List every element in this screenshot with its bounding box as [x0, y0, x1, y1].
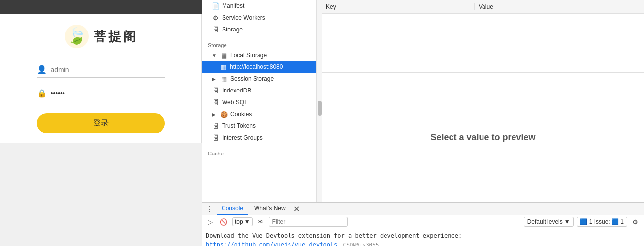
top-bar — [0, 0, 202, 14]
settings-button[interactable]: ⚙ — [630, 217, 640, 227]
logo-icon: 🍃 — [64, 24, 90, 49]
console-menu-icon[interactable]: ⋮ — [204, 203, 216, 215]
indexeddb-icon: 🗄 — [212, 87, 220, 94]
username-row: 👤 — [37, 62, 165, 78]
issue-badge[interactable]: 🟦 1 Issue: 🟦 1 — [577, 217, 627, 227]
sidebar-scrollbar[interactable] — [316, 0, 322, 202]
spacer2 — [202, 144, 316, 148]
content-area: Key Value Select a value to preview — [322, 0, 644, 202]
sidebar-item-indexeddb-label: IndexedDB — [222, 87, 251, 94]
svg-text:🍃: 🍃 — [67, 27, 87, 45]
sidebar-item-storage-main[interactable]: 🗄 Storage — [202, 24, 316, 35]
devtools-panel: 📄 Manifest ⚙ Service Workers 🗄 Storage S… — [202, 0, 644, 246]
sidebar-item-cookies-label: Cookies — [230, 111, 252, 118]
sidebar-scrollbar-thumb — [318, 101, 322, 116]
top-dropdown-icon: ▼ — [244, 218, 250, 225]
spacer — [202, 35, 316, 39]
username-input[interactable] — [51, 66, 159, 74]
cookies-icon: 🍪 — [220, 111, 228, 118]
sidebar-item-local-storage[interactable]: ▦ Local Storage — [202, 49, 316, 61]
top-label: top — [235, 218, 243, 225]
clear-button[interactable]: 🚫 — [218, 217, 229, 227]
cache-section-label: Cache — [202, 148, 316, 157]
local-storage-expand-icon — [212, 53, 218, 58]
sidebar-item-trust-tokens[interactable]: 🗄 Trust Tokens — [202, 120, 316, 132]
storage-main-icon: 🗄 — [212, 26, 220, 33]
user-icon: 👤 — [37, 65, 47, 74]
sidebar-item-interest-groups-label: Interest Groups — [222, 134, 263, 141]
sidebar-item-storage-main-label: Storage — [222, 26, 243, 33]
console-line-1: Download the Vue Devtools extension for … — [206, 231, 640, 240]
execute-button[interactable]: ▷ — [206, 217, 215, 227]
trust-tokens-icon: 🗄 — [212, 123, 220, 130]
console-area: ⋮ Console What's New ✕ ▷ 🚫 top ▼ 👁 — [202, 202, 644, 246]
col-key-header: Key — [322, 3, 475, 10]
issue-icon: 🟦 — [580, 218, 587, 225]
storage-section-label: Storage — [202, 39, 316, 49]
empty-table-rows — [322, 14, 644, 73]
logo-text: 菩提阁 — [94, 28, 138, 45]
sidebar-item-web-sql[interactable]: 🗄 Web SQL — [202, 96, 316, 108]
watch-button[interactable]: 👁 — [256, 217, 266, 227]
sidebar-item-localhost[interactable]: ▦ http://localhost:8080 — [202, 61, 316, 73]
console-extra: CSDN@js3055 — [343, 242, 379, 246]
sidebar-item-manifest[interactable]: 📄 Manifest — [202, 0, 316, 12]
sidebar-item-service-workers[interactable]: ⚙ Service Workers — [202, 12, 316, 24]
console-link[interactable]: https://github.com/vuejs/vue-devtools — [206, 241, 341, 246]
table-header: Key Value — [322, 0, 644, 14]
local-storage-icon: ▦ — [220, 52, 228, 59]
sidebar-item-session-storage[interactable]: ▦ Session Storage — [202, 73, 316, 85]
sidebar-item-trust-tokens-label: Trust Tokens — [222, 123, 256, 129]
sidebar-item-web-sql-label: Web SQL — [222, 99, 248, 106]
console-line-2: https://github.com/vuejs/vue-devtools CS… — [206, 240, 640, 246]
password-row: 🔒 — [37, 86, 165, 101]
console-close-button[interactable]: ✕ — [293, 204, 300, 214]
devtools-sidebar: 📄 Manifest ⚙ Service Workers 🗄 Storage S… — [202, 0, 316, 202]
sidebar-item-session-storage-label: Session Storage — [230, 75, 274, 82]
console-link-text: https://github.com/vuejs/vue-devtools — [206, 241, 337, 246]
tab-whats-new[interactable]: What's New — [249, 203, 290, 215]
console-tabs: ⋮ Console What's New ✕ — [202, 203, 644, 215]
login-panel: 🍃 菩提阁 👤 🔒 登录 — [0, 14, 202, 143]
default-levels-button[interactable]: Default levels ▼ — [524, 217, 574, 227]
preview-text: Select a value to preview — [430, 132, 535, 143]
localhost-icon: ▦ — [220, 63, 227, 71]
default-levels-label: Default levels — [527, 218, 563, 225]
col-value-header: Value — [475, 3, 644, 10]
top-context-selector[interactable]: top ▼ — [232, 217, 253, 226]
login-button[interactable]: 登录 — [37, 113, 165, 133]
sidebar-item-local-storage-label: Local Storage — [230, 52, 267, 59]
console-toolbar: ▷ 🚫 top ▼ 👁 Default levels ▼ — [202, 215, 644, 229]
cookies-expand-icon — [212, 112, 218, 117]
sidebar-item-indexeddb[interactable]: 🗄 IndexedDB — [202, 85, 316, 96]
default-levels-arrow: ▼ — [564, 218, 570, 225]
tab-console[interactable]: Console — [217, 203, 248, 215]
console-content: Download the Vue Devtools extension for … — [202, 229, 644, 246]
interest-groups-icon: 🗄 — [212, 134, 220, 142]
preview-area: Select a value to preview — [322, 73, 644, 202]
web-sql-icon: 🗄 — [212, 99, 220, 106]
password-input[interactable] — [51, 90, 159, 97]
service-workers-icon: ⚙ — [212, 14, 220, 22]
sidebar-item-service-workers-label: Service Workers — [222, 14, 265, 21]
console-filter-input[interactable] — [269, 217, 348, 227]
session-storage-icon: ▦ — [220, 75, 228, 83]
manifest-icon: 📄 — [212, 2, 220, 10]
sidebar-item-interest-groups[interactable]: 🗄 Interest Groups — [202, 132, 316, 144]
default-levels-area: Default levels ▼ 🟦 1 Issue: 🟦 1 ⚙ — [524, 217, 640, 227]
sidebar-item-localhost-label: http://localhost:8080 — [230, 63, 283, 70]
console-text-1: Download the Vue Devtools extension for … — [206, 232, 462, 239]
sidebar-item-cookies[interactable]: 🍪 Cookies — [202, 108, 316, 120]
sidebar-item-manifest-label: Manifest — [222, 2, 244, 9]
lock-icon: 🔒 — [37, 89, 47, 98]
session-storage-expand-icon — [212, 76, 218, 82]
logo-area: 🍃 菩提阁 — [64, 24, 138, 49]
issue-label: 1 Issue: 🟦 1 — [589, 218, 624, 225]
